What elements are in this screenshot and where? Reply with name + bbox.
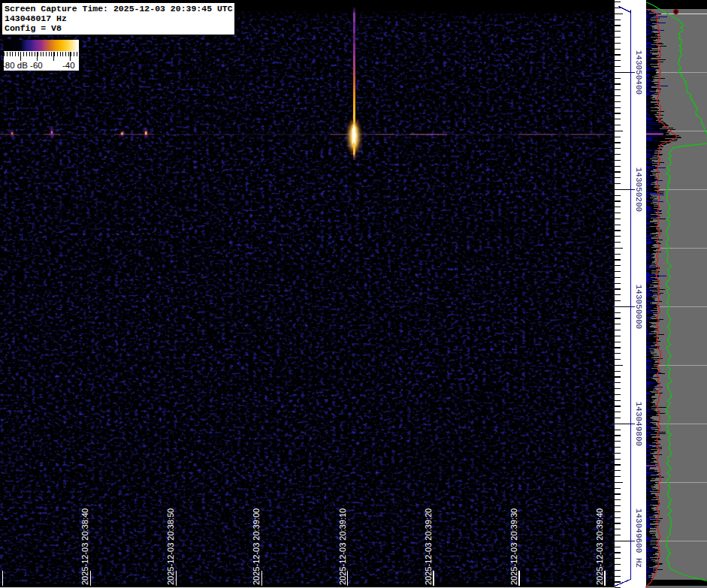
svg-text:2025-12-03 20:39:10: 2025-12-03 20:39:10 (338, 508, 347, 585)
svg-text:2025-12-03 20:39:30: 2025-12-03 20:39:30 (509, 508, 518, 585)
svg-text:-80 dB -60: -80 dB -60 (2, 61, 43, 70)
svg-text:Screen Capture Time: 2025-12-0: Screen Capture Time: 2025-12-03 20:39:45… (5, 4, 233, 14)
svg-text:2025-12-03 20:38:50: 2025-12-03 20:38:50 (166, 508, 175, 585)
svg-text:143049600 Hz: 143049600 Hz (634, 508, 643, 568)
svg-text:143050400: 143050400 (634, 50, 643, 95)
svg-text:2025-12-03 20:39:00: 2025-12-03 20:39:00 (252, 508, 261, 585)
svg-text:143049800: 143049800 (634, 402, 643, 446)
svg-text:-40: -40 (62, 61, 75, 70)
svg-text:143048017 Hz: 143048017 Hz (5, 14, 67, 23)
svg-text:143050000: 143050000 (634, 285, 643, 329)
svg-text:143050200: 143050200 (634, 167, 643, 212)
svg-text:2025-12-03 20:39:40: 2025-12-03 20:39:40 (595, 508, 604, 585)
svg-text:2025-12-03 20:38:40: 2025-12-03 20:38:40 (80, 508, 89, 585)
svg-text:2025-12-03 20:39:20: 2025-12-03 20:39:20 (424, 508, 433, 585)
svg-text:Config = V8: Config = V8 (5, 23, 62, 33)
